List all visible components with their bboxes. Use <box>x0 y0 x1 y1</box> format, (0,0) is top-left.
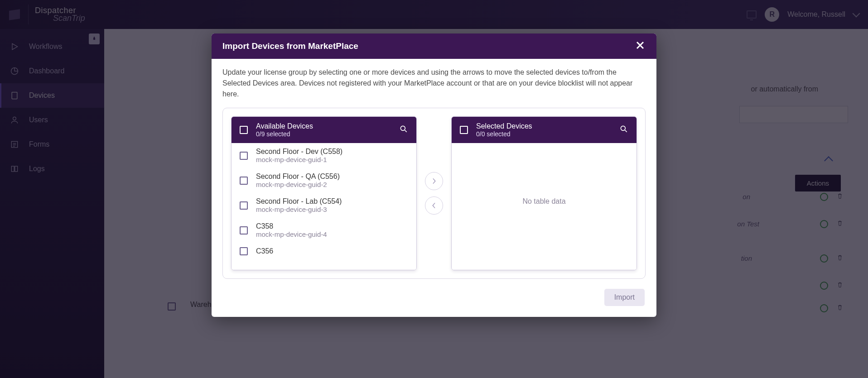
device-row[interactable]: C358 mock-mp-device-guid-4 <box>231 218 416 243</box>
panel-title: Available Devices <box>256 122 313 130</box>
device-checkbox[interactable] <box>240 177 248 185</box>
panel-title: Selected Devices <box>476 122 532 130</box>
select-all-checkbox[interactable] <box>240 126 248 134</box>
selected-devices-list[interactable]: No table data <box>452 143 637 270</box>
available-devices-panel: Available Devices 0/9 selected Second Fl… <box>231 116 417 270</box>
import-button[interactable]: Import <box>604 289 645 306</box>
svg-point-4 <box>400 126 405 130</box>
device-name: C356 <box>256 247 273 255</box>
search-icon[interactable] <box>399 124 408 135</box>
panel-header: Selected Devices 0/0 selected <box>452 117 637 143</box>
device-name: Second Floor - QA (C556) <box>256 172 340 181</box>
move-right-button[interactable] <box>425 172 443 190</box>
modal-header: Import Devices from MarketPlace <box>212 33 656 59</box>
device-checkbox[interactable] <box>240 152 248 160</box>
device-row[interactable]: Second Floor - Lab (C554) mock-mp-device… <box>231 193 416 218</box>
modal-title: Import Devices from MarketPlace <box>222 41 358 51</box>
device-guid: mock-mp-device-guid-1 <box>256 156 342 163</box>
device-checkbox[interactable] <box>240 226 248 234</box>
available-devices-list[interactable]: Second Floor - Dev (C558) mock-mp-device… <box>231 143 416 270</box>
select-all-checkbox[interactable] <box>460 126 468 134</box>
transfer-arrows <box>425 172 443 215</box>
device-name: Second Floor - Lab (C554) <box>256 197 342 206</box>
device-name: C358 <box>256 222 327 230</box>
modal-overlay: Import Devices from MarketPlace Update y… <box>0 0 868 378</box>
device-name: Second Floor - Dev (C558) <box>256 148 342 156</box>
panel-selection-count: 0/0 selected <box>476 130 532 138</box>
import-devices-modal: Import Devices from MarketPlace Update y… <box>212 33 656 317</box>
move-left-button[interactable] <box>425 196 443 215</box>
device-checkbox[interactable] <box>240 247 248 255</box>
selected-devices-panel: Selected Devices 0/0 selected No table d… <box>451 116 637 270</box>
panel-header: Available Devices 0/9 selected <box>231 117 416 143</box>
device-row[interactable]: Second Floor - Dev (C558) mock-mp-device… <box>231 143 416 168</box>
modal-description: Update your license group by selecting o… <box>222 67 646 100</box>
device-row[interactable]: C356 <box>231 243 416 260</box>
transfer-container: Available Devices 0/9 selected Second Fl… <box>222 108 646 279</box>
device-row[interactable]: Second Floor - QA (C556) mock-mp-device-… <box>231 168 416 193</box>
panel-selection-count: 0/9 selected <box>256 130 313 138</box>
close-icon[interactable] <box>635 40 646 53</box>
search-icon[interactable] <box>619 124 628 135</box>
device-guid: mock-mp-device-guid-3 <box>256 206 342 213</box>
device-guid: mock-mp-device-guid-2 <box>256 181 340 188</box>
empty-state-text: No table data <box>452 197 637 206</box>
device-checkbox[interactable] <box>240 201 248 210</box>
device-guid: mock-mp-device-guid-4 <box>256 230 327 238</box>
svg-point-5 <box>621 126 625 130</box>
